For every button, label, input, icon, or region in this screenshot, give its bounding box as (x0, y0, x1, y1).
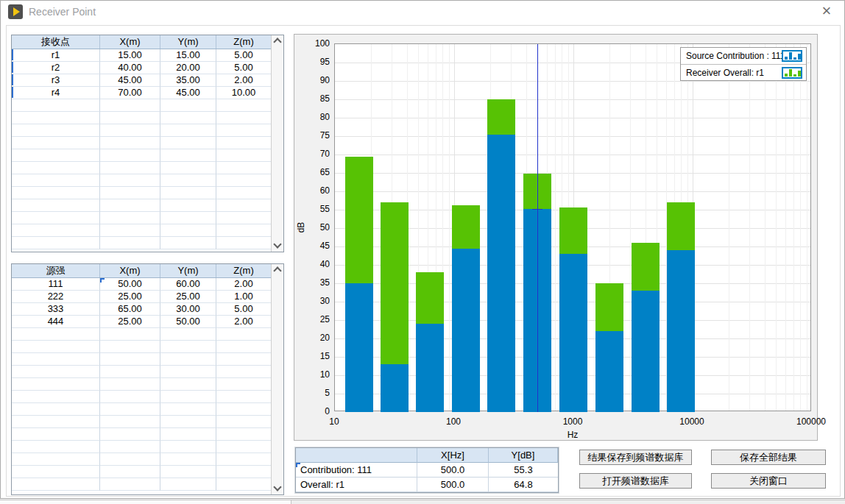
table-cell[interactable] (100, 99, 160, 112)
table-cell[interactable]: Overall: r1 (296, 478, 417, 492)
table-cell[interactable]: 50.00 (160, 316, 216, 328)
table-cell[interactable] (216, 428, 271, 441)
table-cell[interactable]: 1.00 (216, 291, 271, 303)
table-cell[interactable]: 50.00 (100, 278, 160, 291)
table-cell[interactable] (160, 124, 216, 137)
table-cell[interactable]: r4 (12, 87, 100, 99)
table-cell[interactable] (100, 466, 160, 478)
table-cell[interactable] (216, 403, 271, 416)
table-cell[interactable] (12, 149, 100, 162)
table-cell[interactable] (100, 187, 160, 199)
table-cell[interactable] (160, 341, 216, 353)
table-cell[interactable] (100, 112, 160, 124)
table-cell[interactable] (160, 328, 216, 341)
table-cell[interactable]: 15.00 (160, 49, 216, 62)
table-cell[interactable] (12, 199, 100, 212)
table-cell[interactable] (100, 428, 160, 441)
table-cell[interactable] (216, 199, 271, 212)
table-cell[interactable] (100, 366, 160, 378)
table-cell[interactable] (160, 224, 216, 237)
table-cell[interactable] (12, 403, 100, 416)
scroll-down-icon[interactable] (272, 240, 283, 252)
table-cell[interactable] (160, 149, 216, 162)
legend-plot-glyph-icon[interactable] (782, 50, 802, 62)
table-cell[interactable] (12, 341, 100, 353)
table-cell[interactable] (160, 466, 216, 478)
table-cell[interactable]: 333 (12, 303, 100, 316)
table-cell[interactable] (100, 162, 160, 174)
table-cell[interactable] (12, 441, 100, 453)
table-cell[interactable] (160, 174, 216, 187)
save-results-to-spectrum-db-button[interactable]: 结果保存到频谱数据库 (579, 450, 692, 465)
table-cell[interactable] (100, 328, 160, 341)
table-cell[interactable] (160, 199, 216, 212)
table-cell[interactable] (100, 149, 160, 162)
table-cell[interactable]: 65.00 (100, 303, 160, 316)
table-cell[interactable] (12, 112, 100, 124)
table-cell[interactable]: 25.00 (100, 316, 160, 328)
table-cell[interactable] (100, 237, 160, 249)
source-table-scrollbar[interactable] (271, 264, 283, 494)
table-cell[interactable]: 70.00 (100, 87, 160, 99)
table-cell[interactable] (216, 124, 271, 137)
table-cell[interactable]: r3 (12, 74, 100, 87)
table-cell[interactable] (160, 112, 216, 124)
plot-area[interactable] (334, 43, 811, 411)
table-cell[interactable] (160, 378, 216, 391)
table-cell[interactable] (12, 366, 100, 378)
table-cell[interactable] (216, 149, 271, 162)
table-cell[interactable]: 64.8 (489, 478, 558, 492)
table-cell[interactable] (216, 391, 271, 403)
table-cell[interactable]: 5.00 (216, 49, 271, 62)
cursor-crosshair[interactable] (532, 209, 542, 210)
legend-item-overall[interactable]: Receiver Overall: r1 (681, 64, 806, 80)
table-cell[interactable] (100, 403, 160, 416)
table-cell[interactable]: 111 (12, 278, 100, 291)
table-cell[interactable] (100, 174, 160, 187)
table-cell[interactable] (216, 441, 271, 453)
table-cell[interactable] (12, 466, 100, 478)
table-cell[interactable]: 55.3 (489, 463, 558, 478)
table-cell[interactable] (160, 212, 216, 224)
table-cell[interactable]: 444 (12, 316, 100, 328)
table-cell[interactable] (216, 99, 271, 112)
table-cell[interactable] (100, 137, 160, 149)
table-cell[interactable]: 20.00 (160, 62, 216, 74)
cursor-line[interactable] (537, 44, 538, 412)
table-cell[interactable] (100, 124, 160, 137)
table-cell[interactable]: 2.00 (216, 316, 271, 328)
table-cell[interactable] (216, 187, 271, 199)
table-cell[interactable] (216, 378, 271, 391)
table-cell[interactable] (216, 453, 271, 466)
table-cell[interactable] (216, 366, 271, 378)
table-cell[interactable] (160, 391, 216, 403)
table-cell[interactable]: 35.00 (160, 74, 216, 87)
table-cell[interactable]: 25.00 (160, 291, 216, 303)
table-cell[interactable] (12, 478, 100, 491)
table-cell[interactable]: 45.00 (160, 87, 216, 99)
table-cell[interactable] (160, 187, 216, 199)
table-cell[interactable]: 10.00 (216, 87, 271, 99)
table-cell[interactable]: 5.00 (216, 62, 271, 74)
table-cell[interactable] (12, 99, 100, 112)
table-cell[interactable] (12, 237, 100, 249)
table-cell[interactable]: 15.00 (100, 49, 160, 62)
table-cell[interactable] (160, 99, 216, 112)
table-cell[interactable] (160, 403, 216, 416)
table-cell[interactable] (160, 353, 216, 366)
table-cell[interactable] (12, 416, 100, 428)
table-cell[interactable] (100, 212, 160, 224)
legend-item-contribution[interactable]: Source Contribution : 111 (681, 48, 806, 64)
table-cell[interactable] (12, 453, 100, 466)
open-spectrum-db-button[interactable]: 打开频谱数据库 (579, 473, 692, 489)
table-cell[interactable] (216, 224, 271, 237)
table-cell[interactable] (100, 353, 160, 366)
table-cell[interactable] (216, 353, 271, 366)
table-cell[interactable] (160, 416, 216, 428)
table-cell[interactable]: Contribution: 111 (296, 463, 417, 478)
scroll-down-icon[interactable] (272, 483, 283, 494)
table-cell[interactable] (216, 478, 271, 491)
table-cell[interactable]: 500.0 (417, 478, 489, 492)
table-cell[interactable] (12, 378, 100, 391)
table-cell[interactable]: 5.00 (216, 303, 271, 316)
